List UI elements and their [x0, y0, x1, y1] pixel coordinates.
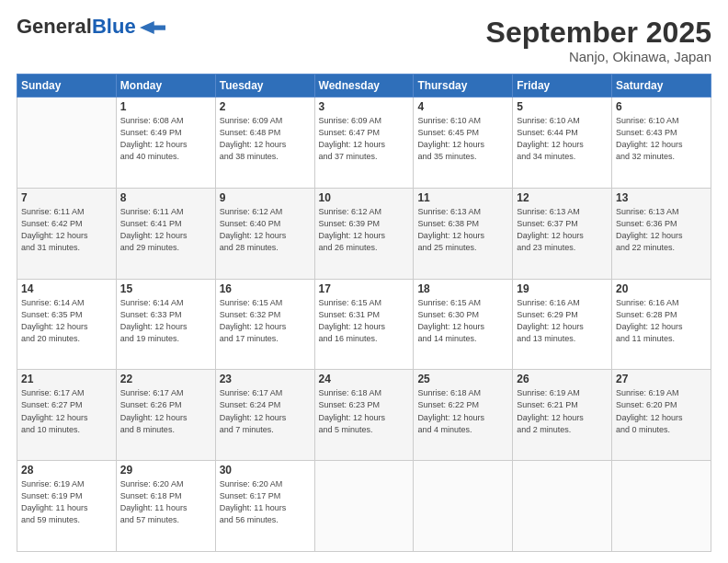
- calendar-subtitle: Nanjo, Okinawa, Japan: [486, 49, 711, 64]
- calendar-week-row: 1Sunrise: 6:08 AM Sunset: 6:49 PM Daylig…: [17, 98, 711, 189]
- day-info: Sunrise: 6:12 AM Sunset: 6:40 PM Dayligh…: [220, 206, 311, 254]
- table-row: [414, 461, 513, 552]
- table-row: 16Sunrise: 6:15 AM Sunset: 6:32 PM Dayli…: [215, 279, 314, 370]
- table-row: 3Sunrise: 6:09 AM Sunset: 6:47 PM Daylig…: [314, 98, 414, 189]
- header-wednesday: Wednesday: [314, 75, 414, 98]
- table-row: 4Sunrise: 6:10 AM Sunset: 6:45 PM Daylig…: [414, 98, 513, 189]
- day-info: Sunrise: 6:10 AM Sunset: 6:43 PM Dayligh…: [616, 115, 707, 163]
- day-number: 10: [319, 191, 410, 204]
- day-number: 29: [120, 464, 211, 477]
- day-info: Sunrise: 6:15 AM Sunset: 6:31 PM Dayligh…: [319, 297, 410, 345]
- weekday-header-row: Sunday Monday Tuesday Wednesday Thursday…: [17, 75, 711, 98]
- day-info: Sunrise: 6:16 AM Sunset: 6:29 PM Dayligh…: [517, 297, 608, 345]
- day-number: 23: [220, 373, 311, 385]
- day-info: Sunrise: 6:19 AM Sunset: 6:19 PM Dayligh…: [21, 478, 112, 526]
- title-block: September 2025 Nanjo, Okinawa, Japan: [486, 17, 711, 64]
- day-number: 6: [616, 100, 707, 113]
- table-row: 20Sunrise: 6:16 AM Sunset: 6:28 PM Dayli…: [612, 279, 711, 370]
- calendar-week-row: 28Sunrise: 6:19 AM Sunset: 6:19 PM Dayli…: [17, 461, 711, 552]
- header-friday: Friday: [513, 75, 612, 98]
- day-number: 12: [517, 191, 608, 204]
- table-row: 6Sunrise: 6:10 AM Sunset: 6:43 PM Daylig…: [612, 98, 711, 189]
- table-row: 28Sunrise: 6:19 AM Sunset: 6:19 PM Dayli…: [17, 461, 117, 552]
- table-row: 2Sunrise: 6:09 AM Sunset: 6:48 PM Daylig…: [215, 98, 314, 189]
- table-row: 27Sunrise: 6:19 AM Sunset: 6:20 PM Dayli…: [612, 370, 711, 461]
- day-info: Sunrise: 6:17 AM Sunset: 6:26 PM Dayligh…: [120, 387, 211, 435]
- day-number: 5: [517, 100, 608, 113]
- table-row: 12Sunrise: 6:13 AM Sunset: 6:37 PM Dayli…: [513, 188, 612, 279]
- header-tuesday: Tuesday: [215, 75, 314, 98]
- day-number: 15: [120, 282, 211, 295]
- day-number: 1: [120, 100, 211, 113]
- day-info: Sunrise: 6:09 AM Sunset: 6:48 PM Dayligh…: [220, 115, 311, 163]
- day-info: Sunrise: 6:13 AM Sunset: 6:36 PM Dayligh…: [616, 206, 707, 254]
- table-row: 25Sunrise: 6:18 AM Sunset: 6:22 PM Dayli…: [414, 370, 513, 461]
- calendar-week-row: 21Sunrise: 6:17 AM Sunset: 6:27 PM Dayli…: [17, 370, 711, 461]
- table-row: 14Sunrise: 6:14 AM Sunset: 6:35 PM Dayli…: [17, 279, 117, 370]
- table-row: 29Sunrise: 6:20 AM Sunset: 6:18 PM Dayli…: [116, 461, 215, 552]
- header-saturday: Saturday: [612, 75, 711, 98]
- day-number: 14: [21, 282, 112, 295]
- header-thursday: Thursday: [414, 75, 513, 98]
- day-info: Sunrise: 6:19 AM Sunset: 6:21 PM Dayligh…: [517, 387, 608, 435]
- day-info: Sunrise: 6:10 AM Sunset: 6:45 PM Dayligh…: [417, 115, 508, 163]
- table-row: 11Sunrise: 6:13 AM Sunset: 6:38 PM Dayli…: [414, 188, 513, 279]
- day-info: Sunrise: 6:11 AM Sunset: 6:41 PM Dayligh…: [120, 206, 211, 254]
- day-number: 8: [120, 191, 211, 204]
- table-row: 24Sunrise: 6:18 AM Sunset: 6:23 PM Dayli…: [314, 370, 414, 461]
- table-row: 8Sunrise: 6:11 AM Sunset: 6:41 PM Daylig…: [116, 188, 215, 279]
- table-row: 1Sunrise: 6:08 AM Sunset: 6:49 PM Daylig…: [116, 98, 215, 189]
- day-number: 3: [319, 100, 410, 113]
- table-row: 30Sunrise: 6:20 AM Sunset: 6:17 PM Dayli…: [215, 461, 314, 552]
- day-info: Sunrise: 6:10 AM Sunset: 6:44 PM Dayligh…: [517, 115, 608, 163]
- day-number: 9: [220, 191, 311, 204]
- page: GeneralBlue September 2025 Nanjo, Okinaw…: [0, 0, 728, 563]
- day-number: 13: [616, 191, 707, 204]
- day-number: 22: [120, 373, 211, 385]
- day-number: 30: [220, 464, 311, 477]
- day-info: Sunrise: 6:08 AM Sunset: 6:49 PM Dayligh…: [120, 115, 211, 163]
- day-number: 19: [517, 282, 608, 295]
- table-row: 23Sunrise: 6:17 AM Sunset: 6:24 PM Dayli…: [215, 370, 314, 461]
- day-number: 2: [220, 100, 311, 113]
- table-row: 10Sunrise: 6:12 AM Sunset: 6:39 PM Dayli…: [314, 188, 414, 279]
- logo: GeneralBlue: [17, 17, 165, 37]
- table-row: 15Sunrise: 6:14 AM Sunset: 6:33 PM Dayli…: [116, 279, 215, 370]
- table-row: 19Sunrise: 6:16 AM Sunset: 6:29 PM Dayli…: [513, 279, 612, 370]
- calendar-title: September 2025: [486, 17, 711, 49]
- day-number: 27: [616, 373, 707, 385]
- table-row: 13Sunrise: 6:13 AM Sunset: 6:36 PM Dayli…: [612, 188, 711, 279]
- day-info: Sunrise: 6:15 AM Sunset: 6:30 PM Dayligh…: [417, 297, 508, 345]
- day-number: 7: [21, 191, 112, 204]
- day-info: Sunrise: 6:16 AM Sunset: 6:28 PM Dayligh…: [616, 297, 707, 345]
- day-info: Sunrise: 6:18 AM Sunset: 6:23 PM Dayligh…: [319, 387, 410, 435]
- day-info: Sunrise: 6:18 AM Sunset: 6:22 PM Dayligh…: [417, 387, 508, 435]
- day-info: Sunrise: 6:13 AM Sunset: 6:38 PM Dayligh…: [417, 206, 508, 254]
- day-info: Sunrise: 6:17 AM Sunset: 6:27 PM Dayligh…: [21, 387, 112, 435]
- day-info: Sunrise: 6:11 AM Sunset: 6:42 PM Dayligh…: [21, 206, 112, 254]
- table-row: 17Sunrise: 6:15 AM Sunset: 6:31 PM Dayli…: [314, 279, 414, 370]
- day-number: 11: [417, 191, 508, 204]
- day-info: Sunrise: 6:19 AM Sunset: 6:20 PM Dayligh…: [616, 387, 707, 435]
- day-number: 16: [220, 282, 311, 295]
- day-number: 24: [319, 373, 410, 385]
- calendar-table: Sunday Monday Tuesday Wednesday Thursday…: [17, 74, 711, 552]
- day-number: 18: [417, 282, 508, 295]
- logo-text: GeneralBlue: [17, 17, 136, 37]
- svg-marker-0: [140, 21, 165, 34]
- day-number: 25: [417, 373, 508, 385]
- table-row: 21Sunrise: 6:17 AM Sunset: 6:27 PM Dayli…: [17, 370, 117, 461]
- day-info: Sunrise: 6:14 AM Sunset: 6:33 PM Dayligh…: [120, 297, 211, 345]
- table-row: 22Sunrise: 6:17 AM Sunset: 6:26 PM Dayli…: [116, 370, 215, 461]
- day-info: Sunrise: 6:17 AM Sunset: 6:24 PM Dayligh…: [220, 387, 311, 435]
- header-monday: Monday: [116, 75, 215, 98]
- day-number: 17: [319, 282, 410, 295]
- day-info: Sunrise: 6:20 AM Sunset: 6:18 PM Dayligh…: [120, 478, 211, 526]
- day-number: 26: [517, 373, 608, 385]
- table-row: 7Sunrise: 6:11 AM Sunset: 6:42 PM Daylig…: [17, 188, 117, 279]
- day-info: Sunrise: 6:12 AM Sunset: 6:39 PM Dayligh…: [319, 206, 410, 254]
- table-row: 5Sunrise: 6:10 AM Sunset: 6:44 PM Daylig…: [513, 98, 612, 189]
- table-row: [513, 461, 612, 552]
- calendar-week-row: 14Sunrise: 6:14 AM Sunset: 6:35 PM Dayli…: [17, 279, 711, 370]
- table-row: [314, 461, 414, 552]
